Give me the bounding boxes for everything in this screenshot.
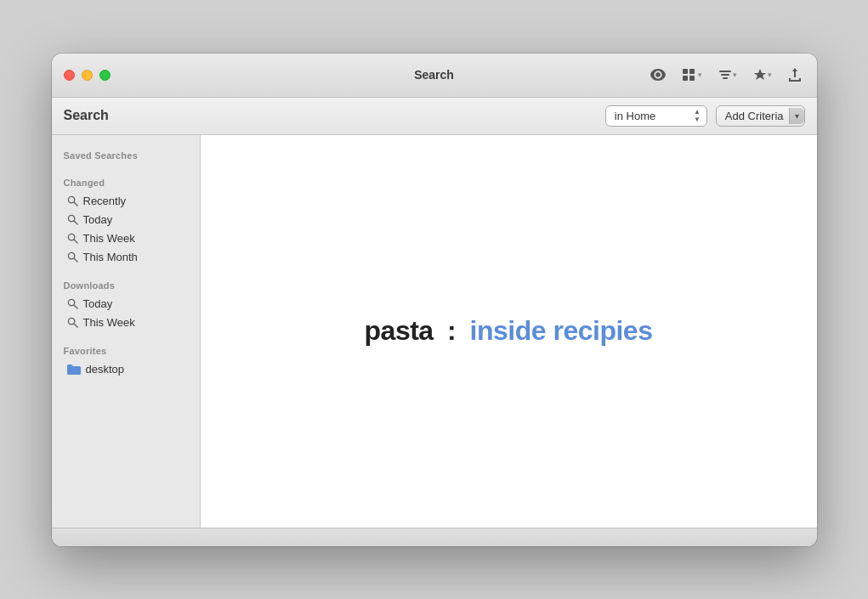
svg-line-12: [74, 240, 77, 243]
svg-line-10: [74, 221, 77, 224]
add-criteria-button[interactable]: Add Criteria ▾: [716, 105, 805, 127]
sidebar-item-this-month-changed[interactable]: This Month: [55, 248, 196, 266]
sidebar-item-recently[interactable]: Recently: [55, 192, 196, 210]
svg-line-18: [74, 324, 77, 327]
search-display: pasta : inside recipies: [365, 315, 653, 347]
action-icon: [754, 69, 766, 81]
search-icon: [67, 251, 78, 263]
sidebar-item-today-changed[interactable]: Today: [55, 211, 196, 229]
search-separator: :: [440, 315, 463, 346]
changed-section-header: Changed: [52, 172, 200, 191]
view-options-button[interactable]: ▾: [678, 66, 706, 83]
sort-button[interactable]: ▾: [715, 66, 741, 83]
svg-line-14: [74, 258, 77, 262]
action-chevron-icon: ▾: [768, 71, 772, 79]
sort-icon: [719, 69, 731, 81]
svg-point-17: [68, 318, 74, 324]
eye-icon: [650, 69, 666, 81]
bottom-bar: [52, 528, 817, 546]
search-icon: [67, 298, 78, 309]
folder-icon: [67, 364, 81, 375]
traffic-lights: [64, 70, 111, 81]
search-location: inside recipies: [470, 315, 653, 346]
svg-line-16: [74, 305, 77, 308]
svg-rect-1: [689, 69, 695, 74]
titlebar: Search ▾: [52, 54, 817, 98]
add-criteria-chevron-icon: ▾: [789, 108, 804, 124]
minimize-button[interactable]: [82, 70, 93, 81]
finder-window: Search ▾: [52, 54, 817, 546]
svg-point-7: [68, 196, 74, 202]
preview-icon-button[interactable]: [646, 66, 670, 83]
downloads-section-header: Downloads: [52, 275, 200, 294]
svg-point-13: [68, 252, 74, 258]
titlebar-icons: ▾ ▾ ▾: [646, 65, 805, 84]
svg-point-15: [68, 299, 74, 305]
view-icon: [683, 69, 696, 81]
sidebar-item-today-downloads[interactable]: Today: [55, 295, 196, 313]
svg-point-9: [68, 215, 74, 221]
add-criteria-label: Add Criteria: [725, 110, 784, 122]
svg-rect-6: [723, 77, 728, 79]
search-icon: [67, 214, 78, 225]
svg-rect-4: [719, 71, 731, 72]
share-button[interactable]: [785, 65, 805, 84]
sidebar-item-desktop[interactable]: desktop: [55, 360, 196, 378]
sidebar-item-this-week-downloads[interactable]: This Week: [55, 314, 196, 331]
svg-line-8: [74, 202, 77, 206]
sidebar-label-this-month-changed: This Month: [83, 251, 138, 263]
share-icon: [789, 68, 801, 82]
svg-rect-0: [683, 69, 688, 74]
search-query: pasta: [365, 315, 434, 346]
sidebar-label-today-changed: Today: [83, 213, 113, 226]
search-icon: [67, 233, 78, 244]
main-content: Saved Searches Changed Recently: [52, 135, 817, 528]
svg-rect-2: [683, 76, 688, 81]
window-title: Search: [414, 68, 454, 82]
action-button[interactable]: ▾: [750, 66, 776, 83]
location-select-wrapper: in Home Everywhere This Mac ▲ ▼: [605, 105, 707, 127]
toolbar-title: Search: [64, 108, 109, 123]
results-area: pasta : inside recipies: [201, 135, 817, 528]
toolbar: Search in Home Everywhere This Mac ▲ ▼ A…: [52, 98, 817, 135]
sidebar-item-this-week-changed[interactable]: This Week: [55, 229, 196, 247]
search-icon: [67, 317, 78, 328]
sidebar-label-recently: Recently: [83, 195, 127, 207]
favorites-section-header: Favorites: [52, 341, 200, 359]
sidebar: Saved Searches Changed Recently: [52, 135, 201, 528]
sidebar-label-this-week-downloads: This Week: [83, 316, 135, 329]
svg-rect-5: [721, 74, 729, 76]
saved-searches-header: Saved Searches: [52, 145, 200, 164]
close-button[interactable]: [64, 70, 75, 81]
svg-rect-3: [689, 76, 695, 81]
sidebar-label-today-downloads: Today: [83, 297, 113, 310]
sort-chevron-icon: ▾: [733, 71, 737, 79]
sidebar-label-desktop: desktop: [86, 363, 125, 376]
location-select[interactable]: in Home Everywhere This Mac: [605, 105, 707, 127]
search-icon: [67, 195, 78, 206]
view-chevron-icon: ▾: [698, 71, 702, 79]
sidebar-label-this-week-changed: This Week: [83, 232, 135, 245]
maximize-button[interactable]: [99, 70, 111, 81]
svg-point-11: [68, 234, 74, 240]
